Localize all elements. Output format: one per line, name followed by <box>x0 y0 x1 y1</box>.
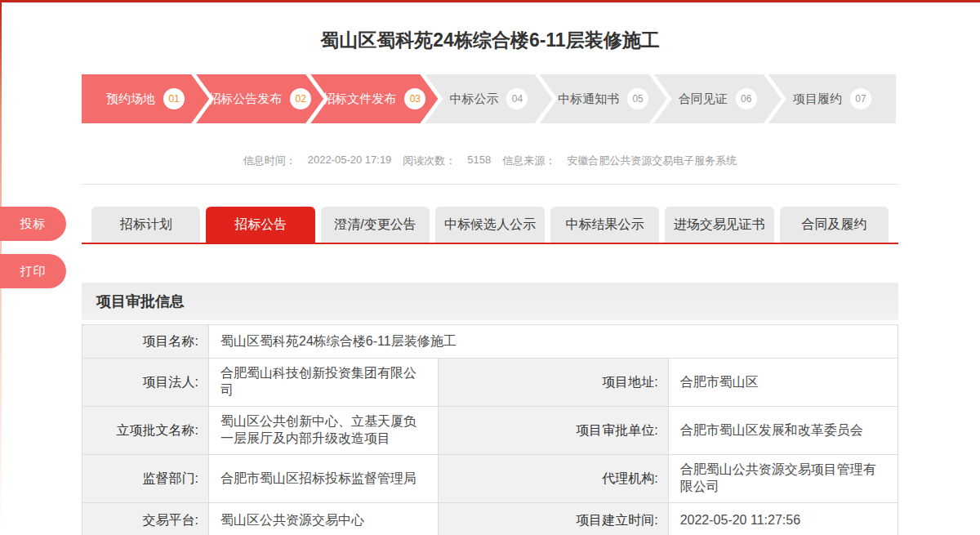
field-label: 代理机构: <box>439 455 668 503</box>
step-label: 合同见证 <box>679 91 728 107</box>
info-views-label: 阅读次数： <box>403 154 456 168</box>
section-title-project-approval-info: 项目审批信息 <box>82 283 898 320</box>
step-reserve-venue: 预约场地 01 <box>82 74 209 123</box>
step-number-badge: 03 <box>404 88 425 109</box>
print-button[interactable]: 打印 <box>0 254 66 288</box>
horizontal-divider <box>82 184 898 185</box>
field-value: 2022-05-20 11:27:56 <box>668 503 898 535</box>
step-label: 中标公示 <box>449 91 498 107</box>
field-label: 项目法人: <box>82 359 209 407</box>
tab-tender-plan[interactable]: 招标计划 <box>91 207 200 243</box>
step-winner-notice: 中标通知书 05 <box>540 74 667 123</box>
step-number-badge: 01 <box>163 88 185 109</box>
tab-clarification-change-notice[interactable]: 澄清/变更公告 <box>321 207 430 243</box>
table-row-supervision-agency: 监督部门: 合肥市蜀山区招标投标监督管理局 代理机构: 合肥蜀山公共资源交易项目… <box>82 455 898 503</box>
info-source-label: 信息来源： <box>502 154 555 168</box>
tab-entry-transaction-certificate[interactable]: 进场交易见证书 <box>665 207 773 243</box>
bid-button[interactable]: 投标 <box>0 207 66 241</box>
step-winner-publicity: 中标公示 04 <box>425 74 552 123</box>
field-value: 蜀山区公共资源交易中心 <box>209 503 439 535</box>
step-label: 招标文件发布 <box>323 91 396 107</box>
step-project-performance: 项目履约 07 <box>768 74 896 123</box>
tab-tender-announcement[interactable]: 招标公告 <box>206 207 314 243</box>
info-source: 信息来源： 安徽合肥公共资源交易电子服务系统 <box>502 154 737 168</box>
tab-bar: 招标计划 招标公告 澄清/变更公告 中标候选人公示 中标结果公示 进场交易见证书… <box>82 207 898 244</box>
field-value: 合肥市蜀山区 <box>668 359 898 407</box>
step-number-badge: 05 <box>627 88 648 109</box>
field-label: 立项批文名称: <box>82 407 209 455</box>
field-value: 蜀山区蜀科苑24栋综合楼6-11层装修施工 <box>209 325 898 359</box>
table-row-project-name: 项目名称: 蜀山区蜀科苑24栋综合楼6-11层装修施工 <box>82 325 898 359</box>
tab-winner-result-publicity[interactable]: 中标结果公示 <box>550 207 659 243</box>
tab-contract-and-performance[interactable]: 合同及履约 <box>780 207 889 243</box>
table-row-approval-doc-unit: 立项批文名称: 蜀山区公共创新中心、立基天厦负一层展厅及内部升级改造项目 项目审… <box>82 407 898 455</box>
step-number-badge: 06 <box>736 88 757 109</box>
step-number-badge: 04 <box>506 88 528 109</box>
step-tender-announcement-published: 招标公告发布 02 <box>196 74 323 123</box>
progress-steps: 预约场地 01 招标公告发布 02 招标文件发布 03 中标公示 04 中标通知… <box>82 74 896 123</box>
page-title: 蜀山区蜀科苑24栋综合楼6-11层装修施工 <box>0 28 980 53</box>
field-value: 合肥蜀山科技创新投资集团有限公司 <box>209 359 439 407</box>
step-label: 预约场地 <box>106 91 155 107</box>
info-meta-bar: 信息时间： 2022-05-20 17:19 阅读次数： 5158 信息来源： … <box>0 154 980 168</box>
field-label: 监督部门: <box>82 455 209 503</box>
field-label: 项目审批单位: <box>439 407 668 455</box>
step-label: 项目履约 <box>793 91 842 107</box>
field-value: 蜀山区公共创新中心、立基天厦负一层展厅及内部升级改造项目 <box>209 407 439 455</box>
step-tender-documents-published: 招标文件发布 03 <box>310 74 438 123</box>
field-label: 项目名称: <box>82 325 209 359</box>
step-number-badge: 07 <box>850 88 871 109</box>
step-contract-witness: 合同见证 06 <box>654 74 782 123</box>
step-label: 中标通知书 <box>558 91 619 107</box>
info-time: 信息时间： 2022-05-20 17:19 <box>243 154 392 168</box>
field-label: 项目建立时间: <box>439 503 668 535</box>
info-views: 阅读次数： 5158 <box>403 154 491 168</box>
info-time-value: 2022-05-20 17:19 <box>308 154 392 168</box>
step-label: 招标公告发布 <box>208 91 282 107</box>
info-time-label: 信息时间： <box>243 154 296 168</box>
field-value: 合肥市蜀山区发展和改革委员会 <box>668 407 898 455</box>
table-row-platform-created-time: 交易平台: 蜀山区公共资源交易中心 项目建立时间: 2022-05-20 11:… <box>82 503 898 535</box>
field-label: 项目地址: <box>439 359 668 407</box>
info-views-value: 5158 <box>467 154 491 168</box>
info-source-value: 安徽合肥公共资源交易电子服务系统 <box>567 154 737 168</box>
page-top-accent-border <box>0 0 980 2</box>
step-number-badge: 02 <box>290 88 311 109</box>
table-row-legal-person-address: 项目法人: 合肥蜀山科技创新投资集团有限公司 项目地址: 合肥市蜀山区 <box>82 359 898 407</box>
tab-winner-candidate-publicity[interactable]: 中标候选人公示 <box>435 207 544 243</box>
field-value: 合肥市蜀山区招标投标监督管理局 <box>209 455 439 503</box>
field-value: 合肥蜀山公共资源交易项目管理有限公司 <box>668 455 898 503</box>
project-approval-table: 项目名称: 蜀山区蜀科苑24栋综合楼6-11层装修施工 项目法人: 合肥蜀山科技… <box>82 324 898 535</box>
field-label: 交易平台: <box>82 503 209 535</box>
